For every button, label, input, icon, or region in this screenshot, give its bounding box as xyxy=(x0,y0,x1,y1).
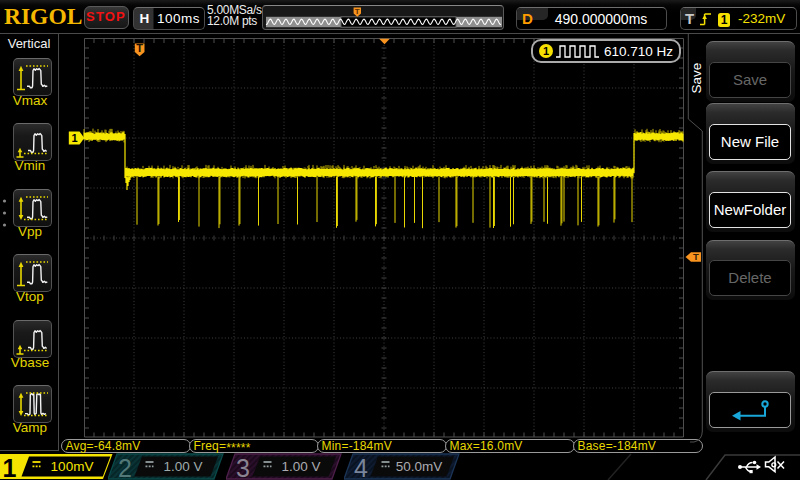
svg-text:50.0mV: 50.0mV xyxy=(396,459,443,474)
svg-text:T: T xyxy=(355,7,360,16)
svg-text:1.00 V: 1.00 V xyxy=(163,459,202,474)
svg-text:1: 1 xyxy=(3,454,17,480)
svg-text:100mV: 100mV xyxy=(51,459,94,474)
svg-text:1.00 V: 1.00 V xyxy=(281,459,320,474)
svg-text:1: 1 xyxy=(71,132,77,144)
svg-text:4: 4 xyxy=(354,454,368,480)
svg-text:2: 2 xyxy=(118,454,132,480)
svg-text:T: T xyxy=(136,42,143,54)
svg-text:3: 3 xyxy=(236,454,250,480)
